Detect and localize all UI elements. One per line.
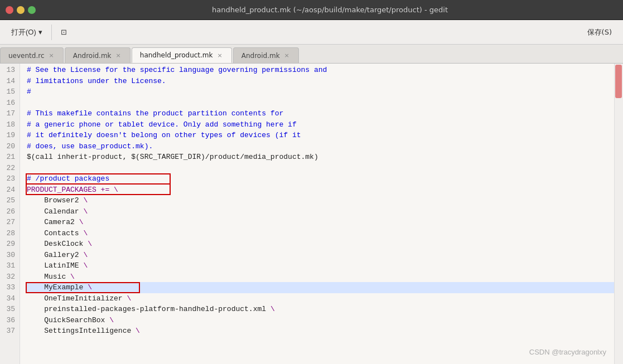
editor-container: 13 14 15 16 17 18 19 20 21 22 23 24 25 2… (0, 64, 623, 364)
code-line-28: Contacts \ (27, 228, 614, 239)
code-line-31: LatinIME \ (27, 260, 614, 271)
code-line-15: # (27, 86, 614, 98)
code-line-20: # does, use base_product.mk). (27, 141, 614, 152)
toolbar-separator (51, 25, 52, 40)
tab-handheld-product[interactable]: handheld_product.mk × (132, 47, 232, 63)
code-line-33: MyExample \ (27, 282, 614, 293)
minimize-window-button[interactable] (17, 6, 25, 14)
window-controls (6, 6, 36, 14)
tabs-bar: ueventd.rc × Android.mk × handheld_produ… (0, 45, 623, 64)
tab-ueventd[interactable]: ueventd.rc × (0, 47, 64, 63)
titlebar: handheld_product.mk (~/aosp/build/make/t… (0, 0, 623, 20)
tab-close-icon[interactable]: × (47, 52, 55, 59)
code-line-29: DeskClock \ (27, 239, 614, 250)
code-line-32: Music \ (27, 271, 614, 283)
scrollbar-thumb[interactable] (615, 65, 622, 98)
tab-label: handheld_product.mk (140, 51, 213, 59)
code-line-16 (27, 98, 614, 109)
code-line-13: # See the License for the specific langu… (27, 65, 614, 76)
tab-android-mk-1[interactable]: Android.mk × (65, 47, 131, 63)
code-line-22 (27, 163, 614, 174)
code-line-14: # limitations under the License. (27, 76, 614, 87)
code-line-26: Calendar \ (27, 206, 614, 217)
code-editor[interactable]: # See the License for the specific langu… (20, 64, 614, 364)
window-title: handheld_product.mk (~/aosp/build/make/t… (42, 6, 617, 14)
close-window-button[interactable] (6, 6, 13, 14)
tab-label: ueventd.rc (8, 52, 44, 60)
code-line-35: preinstalled-packages-platform-handheld-… (27, 304, 614, 315)
line-numbers: 13 14 15 16 17 18 19 20 21 22 23 24 25 2… (0, 64, 20, 364)
code-line-18: # a generic phone or tablet device. Only… (27, 119, 614, 130)
tab-android-mk-2[interactable]: Android.mk × (233, 47, 299, 63)
pin-icon: ⊡ (61, 28, 67, 36)
code-line-34: OneTimeInitializer \ (27, 293, 614, 304)
pin-button[interactable]: ⊡ (55, 26, 73, 38)
dropdown-icon: ▾ (38, 28, 42, 36)
scrollbar[interactable] (614, 64, 623, 364)
code-line-27: Camera2 \ (27, 217, 614, 228)
open-label: 打开(O) (11, 27, 36, 37)
code-line-23: # /product packages (27, 173, 614, 185)
save-button[interactable]: 保存(S) (582, 25, 617, 40)
code-wrapper: # See the License for the specific langu… (20, 64, 614, 364)
tab-label: Android.mk (242, 52, 280, 60)
code-line-30: Gallery2 \ (27, 250, 614, 261)
tab-close-icon[interactable]: × (115, 52, 122, 59)
code-line-17: # This makefile contains the product par… (27, 108, 614, 119)
code-line-37: SettingsIntelligence \ (27, 326, 614, 337)
code-line-36: QuickSearchBox \ (27, 315, 614, 326)
code-line-24: PRODUCT_PACKAGES += \ (27, 185, 614, 196)
open-button[interactable]: 打开(O) ▾ (6, 25, 48, 40)
maximize-window-button[interactable] (28, 6, 36, 14)
code-line-21: $(call inherit-product, $(SRC_TARGET_DIR… (27, 152, 614, 163)
code-line-19: # it definitely doesn't belong on other … (27, 130, 614, 141)
toolbar: 打开(O) ▾ ⊡ 保存(S) (0, 20, 623, 45)
tab-label: Android.mk (73, 52, 112, 60)
watermark: CSDN @tracydragonlxy (529, 348, 606, 356)
code-line-25: Browser2 \ (27, 195, 614, 206)
tab-close-icon[interactable]: × (283, 52, 291, 59)
tab-close-icon[interactable]: × (216, 52, 224, 59)
